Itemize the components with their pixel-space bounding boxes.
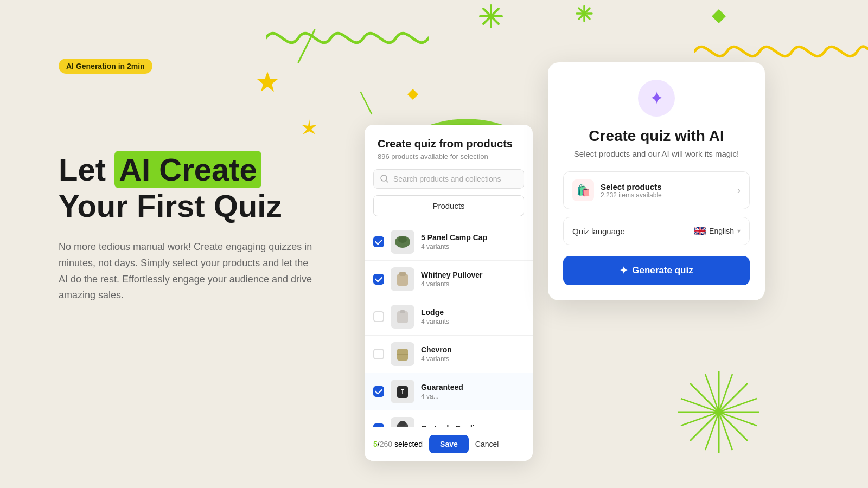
select-products-row[interactable]: 🛍️ Select products 2,232 items available… [563, 171, 750, 209]
svg-marker-8 [712, 9, 726, 23]
product-checkbox[interactable] [373, 349, 384, 359]
chevron-down-icon: ▾ [737, 227, 741, 235]
selected-label: selected [394, 440, 423, 448]
selection-bottom-bar: 5/260 selected Save Cancel [365, 427, 533, 461]
product-info: Guaranteed 4 va... [421, 383, 524, 400]
svg-line-20 [681, 399, 757, 426]
select-products-info: Select products 2,232 items available [601, 182, 731, 199]
search-icon [380, 175, 389, 183]
total-number: 260 [380, 440, 392, 448]
green-wave-deco [266, 16, 429, 60]
ai-panel: ✦ Create quiz with AI Select products an… [548, 62, 765, 300]
product-name: Guaranteed [421, 383, 524, 391]
svg-line-6 [579, 8, 590, 19]
cancel-button[interactable]: Cancel [475, 440, 499, 448]
product-image [391, 230, 414, 254]
product-image [391, 305, 414, 329]
diagonal-line2-deco [358, 89, 374, 117]
product-variants: 4 variants [421, 243, 524, 251]
green-star2-deco [575, 4, 594, 23]
product-variants: 4 variants [421, 280, 524, 288]
product-item[interactable]: Whitney Pullover 4 variants [365, 260, 533, 298]
panel-header: Create quiz from products 896 products a… [365, 125, 533, 169]
product-variants: 4 variants [421, 355, 524, 363]
product-checkbox[interactable] [373, 311, 384, 322]
ai-icon-wrapper: ✦ [638, 80, 675, 117]
product-checkbox[interactable] [373, 274, 384, 285]
hero-title: Let AI Create Your First Quiz [59, 152, 362, 224]
selection-count: 5/260 selected [373, 440, 423, 448]
quiz-language-row[interactable]: Quiz language 🇬🇧 English ▾ [563, 217, 750, 245]
product-name: 5 Panel Camp Cap [421, 233, 524, 242]
svg-line-18 [705, 374, 732, 450]
bag-icon: 🛍️ [572, 179, 594, 201]
product-name: Whitney Pullover [421, 271, 524, 279]
product-item[interactable]: 5 Panel Camp Cap 4 variants [365, 223, 533, 260]
ai-panel-title: Create quiz with AI [563, 127, 750, 145]
product-image [391, 342, 414, 366]
save-button[interactable]: Save [429, 435, 469, 453]
flag-icon: 🇬🇧 [694, 225, 706, 237]
product-variants: 4 variants [421, 318, 524, 325]
product-item[interactable]: Lodge 4 variants [365, 298, 533, 335]
yellow-diamond-deco [407, 88, 419, 100]
svg-rect-28 [400, 310, 405, 313]
language-value: 🇬🇧 English ▾ [694, 225, 741, 237]
svg-line-12 [361, 92, 372, 114]
svg-line-2 [483, 9, 499, 24]
panel-title: Create quiz from products [378, 138, 520, 150]
sunburst-deco [675, 369, 762, 455]
svg-text:T: T [401, 389, 404, 395]
selected-number: 5 [373, 440, 378, 448]
product-info: Whitney Pullover 4 variants [421, 271, 524, 288]
green-diamond-deco [711, 8, 727, 24]
svg-marker-10 [407, 89, 418, 100]
product-item[interactable]: T Guaranteed 4 va... [365, 373, 533, 410]
generate-label: Generate quiz [632, 265, 693, 276]
hero-highlight: AI Create [114, 151, 261, 188]
products-filter-button[interactable]: Products [373, 195, 524, 216]
search-placeholder: Search products and collections [393, 175, 501, 183]
products-panel: Create quiz from products 896 products a… [365, 125, 533, 461]
product-name: Lodge [421, 308, 524, 317]
svg-line-11 [298, 30, 315, 62]
search-bar[interactable]: Search products and collections [373, 169, 524, 189]
rainbow-deco [391, 30, 542, 138]
hero-subtitle: No more tedious manual work! Create enga… [59, 239, 319, 304]
svg-rect-26 [399, 272, 406, 276]
select-products-label: Select products [601, 182, 731, 191]
yellow-star-deco [256, 70, 279, 93]
product-image [391, 267, 414, 291]
svg-line-17 [705, 374, 732, 450]
product-info: Lodge 4 variants [421, 308, 524, 325]
product-name: Chevron [421, 345, 524, 354]
svg-line-15 [690, 383, 748, 441]
generate-sparkle-icon: ✦ [620, 265, 628, 277]
product-checkbox[interactable] [373, 236, 384, 247]
product-checkbox[interactable] [373, 386, 384, 397]
product-info: Chevron 4 variants [421, 345, 524, 363]
svg-rect-34 [399, 421, 406, 426]
panel-subtitle: 896 products available for selection [378, 152, 520, 160]
generate-quiz-button[interactable]: ✦ Generate quiz [563, 256, 750, 285]
language-name: English [709, 227, 734, 235]
product-info: 5 Panel Camp Cap 4 variants [421, 233, 524, 251]
svg-line-22 [386, 181, 388, 183]
product-variants: 4 va... [421, 393, 524, 400]
svg-line-16 [690, 383, 748, 441]
hero-section: Let AI Create Your First Quiz No more te… [59, 152, 362, 304]
diagonal-line-deco [293, 27, 320, 65]
language-label: Quiz language [572, 227, 687, 236]
chevron-right-icon: › [737, 185, 741, 196]
product-image: T [391, 380, 414, 403]
svg-line-3 [483, 9, 499, 24]
ai-generation-badge: AI Generation in 2min [59, 59, 152, 74]
product-list: 5 Panel Camp Cap 4 variants Whitney Pull… [365, 223, 533, 461]
product-item[interactable]: Chevron 4 variants [365, 335, 533, 373]
svg-marker-9 [257, 72, 278, 92]
svg-line-19 [681, 399, 757, 426]
ai-sparkle-icon: ✦ [649, 88, 664, 108]
yellow-sparkle-deco [299, 118, 319, 138]
svg-point-24 [398, 236, 407, 243]
select-products-count: 2,232 items available [601, 191, 731, 199]
